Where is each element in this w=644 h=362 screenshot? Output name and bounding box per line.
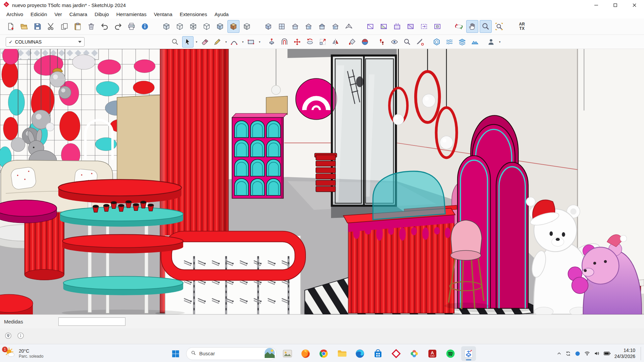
materials-tool-button[interactable] <box>359 36 371 48</box>
tray-blue-dot-icon[interactable] <box>575 351 580 356</box>
maximize-button[interactable] <box>606 0 625 10</box>
view-back-button[interactable] <box>316 20 328 33</box>
menu-item-extensiones[interactable]: Extensiones <box>176 10 211 18</box>
undo-button[interactable] <box>99 20 111 33</box>
rectangle-tool-button[interactable] <box>245 36 257 48</box>
copy-button[interactable] <box>58 20 70 33</box>
menu-item-herramientas[interactable]: Herramientas <box>113 10 150 18</box>
extension-hex-button[interactable] <box>431 36 442 48</box>
taskbar-search-box[interactable]: Buscar <box>186 347 277 360</box>
scale-tool-button[interactable] <box>317 36 328 48</box>
arc-tool-caret-icon[interactable]: ▾ <box>241 40 245 44</box>
viewport[interactable] <box>0 49 644 314</box>
weather-widget[interactable]: 1 20°C Parc. soleado <box>3 347 43 360</box>
print-button[interactable] <box>125 20 138 33</box>
person-scale-tool-button[interactable] <box>485 36 497 48</box>
rectangle-tool-caret-icon[interactable]: ▾ <box>258 40 261 44</box>
save-button[interactable] <box>32 20 44 33</box>
flip-tool-button[interactable] <box>330 36 341 48</box>
open-button[interactable] <box>18 20 30 33</box>
push-pull-tool-button[interactable] <box>266 36 277 48</box>
viewport-3d-scene[interactable] <box>0 49 644 314</box>
spotify-icon[interactable] <box>443 346 458 361</box>
measurements-input[interactable] <box>58 317 125 326</box>
zoom-extents-button[interactable] <box>493 20 505 33</box>
section-align-button[interactable] <box>431 20 443 33</box>
view-right-button[interactable] <box>303 20 315 33</box>
eraser-tool-button[interactable] <box>199 36 210 48</box>
tape-measure-tool-button[interactable] <box>414 36 426 48</box>
cut-button[interactable] <box>45 20 57 33</box>
taskbar-clock[interactable]: 14:10 24/3/2026 <box>614 348 635 359</box>
view-front-button[interactable] <box>289 20 301 33</box>
section-display-button[interactable] <box>378 20 390 33</box>
layout-diamond-icon[interactable] <box>389 346 404 361</box>
firefox-icon[interactable] <box>298 346 313 361</box>
section-cut-button[interactable] <box>391 20 403 33</box>
menu-item-archivo[interactable]: Archivo <box>3 10 27 18</box>
chrome-icon[interactable] <box>316 346 331 361</box>
extension-contours-button[interactable] <box>444 36 455 48</box>
style-monochrome-button[interactable] <box>241 20 253 33</box>
select-tool-button[interactable] <box>182 36 194 48</box>
move-tool-button[interactable] <box>291 36 303 48</box>
arc-tool-button[interactable] <box>228 36 240 48</box>
autocad-icon[interactable]: ACAD <box>425 346 440 361</box>
search-highlight-image[interactable] <box>265 348 275 359</box>
menu-item-ayuda[interactable]: Ayuda <box>211 10 232 18</box>
tray-expand-icon[interactable] <box>557 351 561 356</box>
redo-button[interactable] <box>112 20 124 33</box>
search-tool-button[interactable] <box>169 36 181 48</box>
wood-panel[interactable] <box>117 95 163 189</box>
gallery-app-icon[interactable] <box>280 346 295 361</box>
offset-tool-button[interactable] <box>279 36 290 48</box>
style-shaded-button[interactable] <box>214 20 226 33</box>
section-plane-button[interactable] <box>364 20 376 33</box>
wood-box[interactable] <box>266 96 287 116</box>
wifi-icon[interactable] <box>584 351 590 356</box>
ar-extension-button[interactable]: AR TX <box>515 20 529 33</box>
menu-item-edicion[interactable]: Edición <box>27 10 51 18</box>
line-tool-button[interactable] <box>212 36 223 48</box>
view-left-button[interactable] <box>329 20 341 33</box>
photos-icon[interactable] <box>407 346 422 361</box>
delete-button[interactable] <box>85 20 97 33</box>
wall-logo-circle[interactable] <box>296 78 337 119</box>
show-desktop-button[interactable] <box>641 347 642 360</box>
pink-arch-cabinet[interactable] <box>232 113 287 198</box>
view-two-point-button[interactable] <box>343 20 355 33</box>
tag-selector-dropdown[interactable]: ✓ COLUMNAS <box>6 37 85 47</box>
style-wireframe-button[interactable] <box>187 20 199 33</box>
sketchup-taskbar-icon[interactable] <box>461 346 476 361</box>
close-button[interactable] <box>625 0 644 10</box>
line-tool-caret-icon[interactable]: ▾ <box>224 40 228 44</box>
extension-layers-button[interactable] <box>457 36 468 48</box>
minimize-button[interactable] <box>587 0 606 10</box>
battery-icon[interactable] <box>604 352 610 355</box>
view-top-button[interactable] <box>276 20 288 33</box>
style-shaded-textures-button[interactable] <box>227 20 239 33</box>
start-button[interactable] <box>168 346 183 361</box>
file-explorer-icon[interactable] <box>334 346 349 361</box>
sync-icon[interactable] <box>566 351 571 356</box>
style-back-edges-button[interactable] <box>174 20 186 33</box>
view-iso-button[interactable] <box>262 20 274 33</box>
section-reverse-button[interactable] <box>418 20 430 33</box>
person-tool-caret-icon[interactable]: ▾ <box>498 40 501 44</box>
teal-glass-arch[interactable] <box>373 171 445 220</box>
orbit-button[interactable] <box>453 20 465 33</box>
wall-globe-lamp[interactable] <box>271 85 280 95</box>
microsoft-store-icon[interactable] <box>371 346 385 361</box>
select-tool-caret-icon[interactable]: ▾ <box>195 40 198 44</box>
paint-bucket-tool-button[interactable] <box>346 36 358 48</box>
section-fill-button[interactable] <box>405 20 417 33</box>
extension-terrain-button[interactable] <box>469 36 481 48</box>
look-around-tool-button[interactable] <box>389 36 400 48</box>
walk-tool-button[interactable] <box>376 36 387 48</box>
edge-icon[interactable] <box>353 346 367 361</box>
new-document-button[interactable] <box>5 20 17 33</box>
menu-item-ventana[interactable]: Ventana <box>150 10 176 18</box>
paste-button[interactable] <box>72 20 84 33</box>
volume-icon[interactable] <box>594 351 600 356</box>
zoom-camera-button[interactable] <box>480 20 492 33</box>
